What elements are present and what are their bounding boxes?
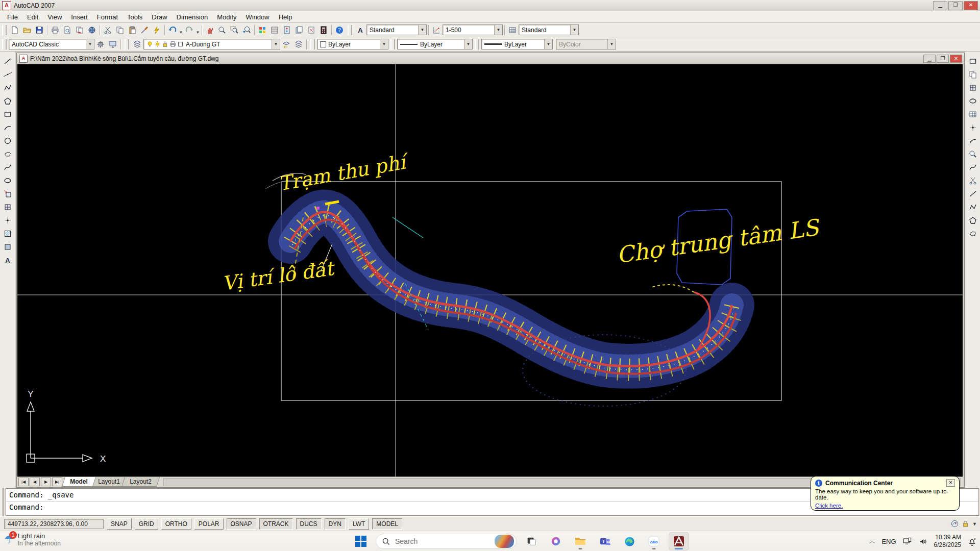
- lineweight-combo[interactable]: ByLayer ▼: [481, 39, 553, 49]
- menu-modify[interactable]: Modify: [213, 12, 240, 22]
- balloon-close-icon[interactable]: ✕: [946, 479, 955, 487]
- status-menu-caret-icon[interactable]: ▼: [972, 521, 977, 527]
- combo-arrow-icon[interactable]: ▼: [418, 25, 426, 35]
- taskbar-search[interactable]: [376, 534, 517, 549]
- publish-button[interactable]: [74, 24, 86, 36]
- menu-file[interactable]: File: [3, 12, 22, 22]
- combo-arrow-icon[interactable]: ▼: [86, 39, 94, 49]
- balloon-click-here-link[interactable]: Click here.: [815, 503, 843, 509]
- autocad-taskbar-button[interactable]: [669, 532, 689, 550]
- language-indicator[interactable]: ENG: [881, 538, 896, 545]
- ellipse-button[interactable]: [2, 175, 13, 186]
- open-button[interactable]: [21, 24, 33, 36]
- polygon-button[interactable]: [2, 95, 13, 107]
- circle-button[interactable]: [2, 135, 13, 146]
- paste-button[interactable]: [126, 24, 138, 36]
- menu-dimension[interactable]: Dimension: [173, 12, 212, 22]
- combo-arrow-icon[interactable]: ▼: [380, 39, 388, 49]
- pan-button[interactable]: [204, 24, 216, 36]
- cut-button[interactable]: [102, 24, 114, 36]
- extend-button[interactable]: [967, 188, 978, 199]
- trim-button[interactable]: [967, 175, 978, 186]
- quickcalc-button[interactable]: [317, 24, 330, 36]
- layer-on-bulb-icon[interactable]: [146, 41, 153, 47]
- combo-arrow-icon[interactable]: ▼: [570, 25, 578, 35]
- model-space-canvas[interactable]: Trạm thu phí Vị trí lô đất Chợ trung tâm…: [17, 64, 963, 477]
- start-button[interactable]: [351, 533, 371, 550]
- break-button[interactable]: [967, 202, 978, 213]
- toolbar-grip[interactable]: [2, 25, 7, 35]
- toolbar-grip[interactable]: [348, 25, 352, 35]
- tool-palettes-button[interactable]: [281, 24, 293, 36]
- toggle-dyn[interactable]: DYN: [325, 518, 346, 530]
- zalo-button[interactable]: Zalo: [644, 533, 664, 550]
- copilot-button[interactable]: [546, 533, 566, 550]
- menu-view[interactable]: View: [43, 12, 66, 22]
- hatch-button[interactable]: [2, 228, 13, 239]
- tab-layout2[interactable]: Layout2: [121, 477, 160, 487]
- text-style-icon[interactable]: [354, 24, 366, 36]
- maximize-button[interactable]: ❐: [948, 1, 963, 10]
- tab-prev-button[interactable]: ◀: [30, 478, 40, 486]
- tab-model[interactable]: Model: [62, 477, 96, 487]
- toolbar-grip[interactable]: [390, 39, 395, 49]
- block-editor-button[interactable]: [151, 24, 163, 36]
- doc-close-button[interactable]: ✕: [950, 55, 962, 63]
- taskbar-clock[interactable]: 10:39 AM 6/28/2025: [934, 534, 961, 549]
- toolbar-grip[interactable]: [2, 39, 7, 49]
- markup-set-manager-button[interactable]: [305, 24, 317, 36]
- new-button[interactable]: [9, 24, 21, 36]
- file-explorer-button[interactable]: [571, 533, 590, 550]
- scale-button[interactable]: [967, 148, 978, 160]
- stretch-button[interactable]: [967, 162, 978, 173]
- weather-widget[interactable]: ☂1 Light rain In the afternoon: [4, 532, 61, 547]
- teams-button[interactable]: T: [595, 533, 615, 550]
- combo-arrow-icon[interactable]: ▼: [607, 39, 616, 49]
- search-input[interactable]: [394, 537, 491, 546]
- spline-button[interactable]: [2, 162, 13, 173]
- tab-next-button[interactable]: ▶: [41, 478, 51, 486]
- mirror-button[interactable]: [967, 82, 978, 93]
- copy-object-button[interactable]: [967, 69, 978, 80]
- doc-restore-button[interactable]: ❐: [937, 55, 949, 63]
- array-button[interactable]: [967, 109, 978, 120]
- tray-chevron-up-icon[interactable]: ︿: [869, 537, 875, 546]
- chamfer-button[interactable]: [967, 215, 978, 226]
- region-button[interactable]: [2, 241, 13, 253]
- dim-style-combo[interactable]: 1-500 ▼: [443, 24, 503, 35]
- my-workspace-button[interactable]: [107, 38, 119, 51]
- edge-button[interactable]: [620, 533, 639, 550]
- zoom-previous-button[interactable]: [240, 24, 253, 36]
- layer-states-button[interactable]: [292, 38, 305, 51]
- undo-dropdown-arrow[interactable]: ▼: [179, 23, 183, 36]
- publish-web-button[interactable]: [86, 24, 98, 36]
- designcenter-button[interactable]: [268, 24, 281, 36]
- match-properties-button[interactable]: [138, 24, 151, 36]
- sheet-set-manager-button[interactable]: [293, 24, 305, 36]
- color-combo[interactable]: ByLayer ▼: [317, 39, 388, 49]
- rotate-button[interactable]: [967, 135, 978, 146]
- toolbar-grip[interactable]: [475, 39, 479, 49]
- point-button[interactable]: [2, 215, 13, 226]
- toggle-osnap[interactable]: OSNAP: [227, 518, 256, 530]
- zoom-window-button[interactable]: [228, 24, 240, 36]
- zoom-realtime-button[interactable]: [216, 24, 228, 36]
- toggle-model[interactable]: MODEL: [372, 518, 402, 530]
- menu-draw[interactable]: Draw: [148, 12, 171, 22]
- layer-freeze-sun-icon[interactable]: [154, 41, 161, 47]
- toggle-lwt[interactable]: LWT: [349, 518, 369, 530]
- properties-button[interactable]: [256, 24, 268, 36]
- network-icon[interactable]: [902, 537, 912, 546]
- combo-arrow-icon[interactable]: ▼: [464, 39, 472, 49]
- volume-icon[interactable]: [918, 537, 928, 546]
- linetype-combo[interactable]: ByLayer ▼: [397, 39, 473, 49]
- toggle-otrack[interactable]: OTRACK: [259, 518, 293, 530]
- construction-line-button[interactable]: [2, 69, 13, 80]
- tab-last-button[interactable]: ▶|: [52, 478, 62, 486]
- revision-cloud-button[interactable]: [2, 148, 13, 160]
- toolbar-grip[interactable]: [125, 39, 129, 49]
- table-style-icon[interactable]: [506, 24, 519, 36]
- menu-insert[interactable]: Insert: [67, 12, 92, 22]
- drawing-titlebar[interactable]: A F:\Năm 2022\hoà Bình\Kè sông Bùi\1.Cắm…: [17, 53, 964, 64]
- line-button[interactable]: [2, 56, 13, 67]
